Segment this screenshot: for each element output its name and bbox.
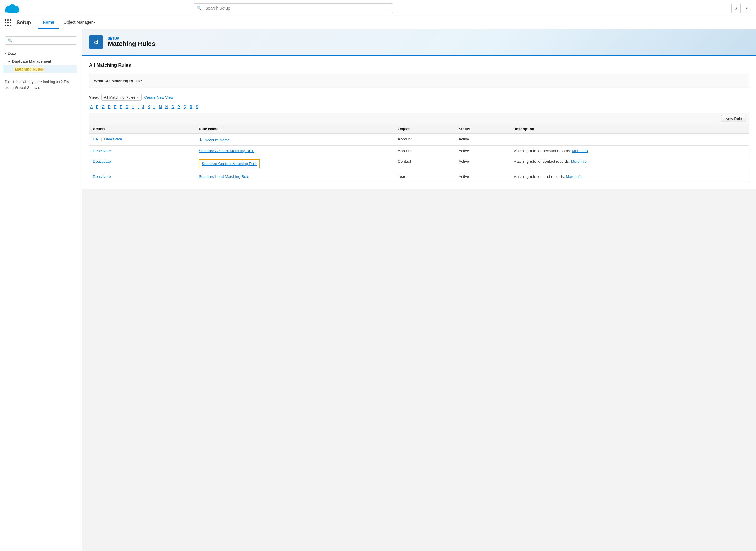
sidebar-search-input[interactable]: Matching Rules	[15, 38, 74, 43]
row2-name-cell: Standard Account Matching Rule	[195, 146, 394, 156]
data-group-chevron: ▾	[5, 52, 6, 55]
row1-rule-name-link[interactable]: Account Name	[205, 138, 230, 142]
alpha-o[interactable]: O	[170, 104, 175, 109]
col-header-status: Status	[455, 124, 510, 134]
row4-action-cell: Deactivate	[89, 171, 195, 182]
sort-icon: ↑	[221, 128, 222, 131]
row3-status-cell: Active	[455, 156, 510, 171]
main-layout: 🔍 Matching Rules ▾ Data ▾ Duplicate Mana…	[0, 29, 756, 551]
view-label: View:	[89, 95, 99, 99]
row2-more-info-link[interactable]: More info	[572, 149, 588, 153]
alpha-l[interactable]: L	[152, 104, 157, 109]
alpha-j[interactable]: J	[141, 104, 145, 109]
row3-more-info-link[interactable]: More info	[571, 159, 587, 163]
row2-status-cell: Active	[455, 146, 510, 156]
alpha-h[interactable]: H	[131, 104, 136, 109]
tab-home[interactable]: Home	[38, 16, 59, 29]
row4-more-info-link[interactable]: More info	[566, 174, 582, 179]
sidebar-subgroup-duplicate-mgmt: ▾ Duplicate Management Matching Rules	[5, 57, 77, 73]
view-dropdown-chevron: ▾	[137, 95, 139, 99]
row3-desc-text: Matching rule for contact records.	[513, 159, 570, 163]
col-header-rule-name[interactable]: Rule Name ↑	[195, 124, 394, 134]
row1-status-cell: Active	[455, 134, 510, 146]
view-row: View: All Matching Rules ▾ Create New Vi…	[89, 94, 749, 101]
nav-chevron-button[interactable]: ▾	[742, 4, 751, 13]
dup-mgmt-chevron: ▾	[8, 59, 10, 63]
alpha-i[interactable]: I	[137, 104, 140, 109]
row3-deactivate-link[interactable]: Deactivate	[93, 159, 111, 163]
row1-desc-cell	[510, 134, 749, 146]
table-row: Deactivate Standard Contact Matching Rul…	[89, 156, 749, 171]
sidebar-search-field-wrapper: 🔍 Matching Rules	[5, 36, 77, 45]
row3-action-cell: Deactivate	[89, 156, 195, 171]
col-header-description: Description	[510, 124, 749, 134]
search-input[interactable]	[194, 3, 393, 13]
salesforce-logo	[5, 3, 20, 13]
search-bar-wrapper: 🔍	[194, 3, 393, 13]
row1-deactivate-link[interactable]: Deactivate	[104, 137, 122, 141]
alpha-p[interactable]: P	[177, 104, 181, 109]
alpha-nav: A B C D E F G H I J K L M N O P Q R S	[89, 104, 749, 109]
row3-desc-cell: Matching rule for contact records. More …	[510, 156, 749, 171]
tab-object-manager[interactable]: Object Manager ▾	[59, 16, 100, 29]
content-area: d SETUP Matching Rules All Matching Rule…	[82, 29, 756, 551]
apps-grid-icon[interactable]	[5, 19, 12, 26]
page-header-text: SETUP Matching Rules	[108, 37, 156, 48]
row4-deactivate-link[interactable]: Deactivate	[93, 174, 111, 179]
secondary-nav: Setup Home Object Manager ▾	[0, 16, 756, 29]
row4-rule-name-link[interactable]: Standard Lead Matching Rule	[199, 174, 249, 179]
alpha-q[interactable]: Q	[183, 104, 187, 109]
alpha-d[interactable]: D	[107, 104, 112, 109]
row2-desc-cell: Matching rule for account records. More …	[510, 146, 749, 156]
row2-deactivate-link[interactable]: Deactivate	[93, 149, 111, 153]
matching-rules-leaf-label: Matching Rules	[14, 67, 44, 72]
row1-object-cell: Account	[395, 134, 455, 146]
alpha-b[interactable]: B	[95, 104, 99, 109]
alpha-k[interactable]: K	[147, 104, 151, 109]
alpha-e[interactable]: E	[113, 104, 117, 109]
alpha-s[interactable]: S	[195, 104, 199, 109]
main-section-title: All Matching Rules	[89, 63, 749, 68]
top-nav-right: ★ ▾	[731, 4, 751, 13]
alpha-m[interactable]: M	[158, 104, 163, 109]
create-new-view-link[interactable]: Create New View	[144, 95, 173, 99]
setup-title: Setup	[16, 20, 31, 26]
alpha-n[interactable]: N	[164, 104, 169, 109]
row1-download-icon[interactable]: ⬇	[199, 137, 203, 142]
table-wrapper: New Rule Action Rule Name ↑	[89, 113, 749, 182]
top-nav: 🔍 ★ ▾	[0, 0, 756, 16]
alpha-g[interactable]: G	[124, 104, 130, 109]
sidebar: 🔍 Matching Rules ▾ Data ▾ Duplicate Mana…	[0, 29, 82, 551]
view-select[interactable]: All Matching Rules ▾	[101, 94, 142, 101]
alpha-c[interactable]: C	[101, 104, 106, 109]
row4-object-cell: Lead	[395, 171, 455, 182]
matching-rules-table: Action Rule Name ↑ Object Status	[89, 124, 749, 182]
page-icon: d	[89, 35, 103, 49]
row4-desc-cell: Matching rule for lead records. More inf…	[510, 171, 749, 182]
row2-rule-name-link[interactable]: Standard Account Matching Rule	[199, 149, 254, 153]
favorites-button[interactable]: ★	[731, 4, 741, 13]
table-row: Deactivate Standard Account Matching Rul…	[89, 146, 749, 156]
new-rule-button[interactable]: New Rule	[721, 115, 746, 122]
dup-mgmt-label: Duplicate Management	[12, 59, 51, 63]
row4-desc-text: Matching rule for lead records.	[513, 174, 565, 179]
row1-action-cell: Del | Deactivate	[89, 134, 195, 146]
row2-desc-text: Matching rule for account records.	[513, 149, 571, 153]
data-group-label: Data	[8, 51, 16, 56]
sidebar-nav: ▾ Data ▾ Duplicate Management Matching R…	[0, 49, 82, 73]
new-rule-row: New Rule	[89, 113, 749, 124]
sidebar-group-data[interactable]: ▾ Data	[5, 49, 77, 57]
sidebar-search-area: 🔍 Matching Rules	[0, 34, 82, 49]
alpha-a[interactable]: A	[89, 104, 94, 109]
row3-rule-name-link[interactable]: Standard Contact Matching Rule	[202, 161, 257, 166]
alpha-f[interactable]: F	[118, 104, 123, 109]
sidebar-item-matching-rules[interactable]: Matching Rules	[4, 65, 77, 73]
row1-del-link[interactable]: Del	[93, 137, 99, 141]
table-row: Del | Deactivate ⬇ Account Name Account …	[89, 134, 749, 146]
col-header-action: Action	[89, 124, 195, 134]
duplicate-management-header[interactable]: ▾ Duplicate Management	[8, 57, 77, 65]
what-are-matching-rules-box: What Are Matching Rules?	[89, 74, 749, 88]
table-header-row: Action Rule Name ↑ Object Status	[89, 124, 749, 134]
alpha-r[interactable]: R	[189, 104, 194, 109]
page-header: d SETUP Matching Rules	[82, 29, 756, 56]
